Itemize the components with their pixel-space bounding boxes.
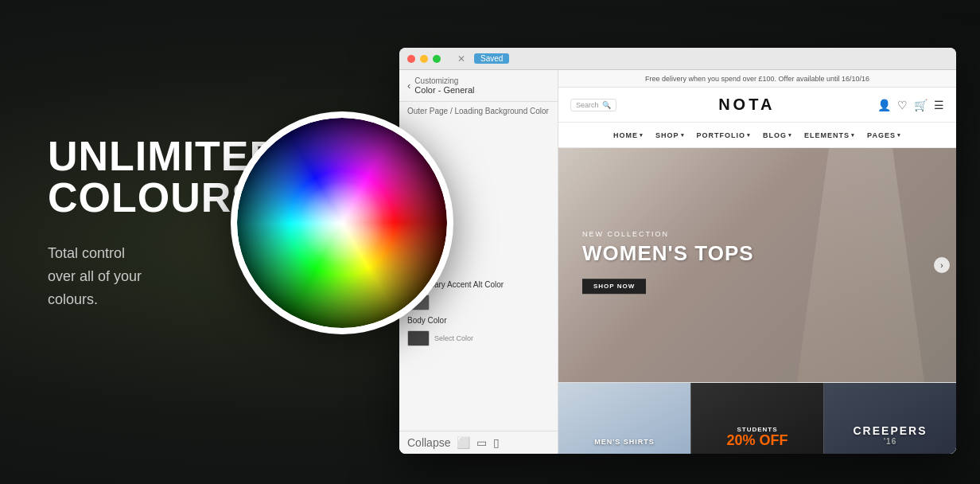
phone-icon[interactable]: ▯ xyxy=(493,436,500,449)
sidebar-title: Color - General xyxy=(414,85,474,95)
user-icon[interactable]: 👤 xyxy=(877,99,891,111)
shirts-label: MEN'S SHIRTS xyxy=(558,438,690,446)
nav-elements[interactable]: ELEMENTS ▾ xyxy=(804,131,855,139)
nav-search[interactable]: Search 🔍 xyxy=(570,99,616,111)
color-wheel-outer xyxy=(231,111,453,334)
search-icon: 🔍 xyxy=(602,101,611,109)
subtext-line2: over all of your xyxy=(48,268,142,284)
menu-icon[interactable]: ☰ xyxy=(934,99,944,111)
sidebar-header: ‹ Customizing Color - General xyxy=(399,70,558,102)
dot-yellow xyxy=(420,55,428,63)
subtext-line1: Total control xyxy=(48,245,125,261)
tablet-icon[interactable]: ▭ xyxy=(476,436,487,449)
select-color-text: Select Color xyxy=(434,334,473,342)
browser-mockup: ✕ Saved ‹ Customizing Color - General Ou… xyxy=(399,48,956,454)
nav-menu-bar: HOME ▾ SHOP ▾ PORTFOLIO ▾ BLOG ▾ ELEMENT… xyxy=(558,123,956,148)
monitor-icon[interactable]: ⬜ xyxy=(457,436,470,449)
product-strip-students[interactable]: STUDENTS 20% OFF xyxy=(690,383,824,454)
nav-shop[interactable]: SHOP ▾ xyxy=(655,131,685,139)
hero-shop-now-button[interactable]: SHOP NOW xyxy=(582,279,646,294)
nav-portfolio-arrow: ▾ xyxy=(747,132,751,139)
hero-text-area: NEW COLLECTION WOMEN'S TOPS SHOP NOW xyxy=(582,230,754,294)
nav-blog-arrow: ▾ xyxy=(788,132,792,139)
wishlist-icon[interactable]: ♡ xyxy=(897,99,908,111)
year-text: '16 xyxy=(824,437,956,446)
nav-home-arrow: ▾ xyxy=(640,132,644,139)
saved-badge: Saved xyxy=(474,53,509,64)
students-labels: STUDENTS 20% OFF xyxy=(691,426,823,447)
cart-icon[interactable]: 🛒 xyxy=(914,99,928,111)
dot-green xyxy=(433,55,441,63)
nav-portfolio[interactable]: PORTFOLIO ▾ xyxy=(697,131,752,139)
hero-title: WOMEN'S TOPS xyxy=(582,242,754,265)
topbar-text: Free delivery when you spend over £100. … xyxy=(645,75,869,83)
color-wheel-wrapper xyxy=(231,111,453,334)
creepers-text: CREEPERS xyxy=(824,424,956,437)
sidebar-breadcrumb: Customizing xyxy=(414,76,474,85)
product-strips: MEN'S SHIRTS STUDENTS 20% OFF CREEPERS '… xyxy=(558,382,956,454)
discount-label: 20% OFF xyxy=(691,433,823,447)
hero-banner: NEW COLLECTION WOMEN'S TOPS SHOP NOW › xyxy=(558,148,956,382)
back-arrow-icon[interactable]: ‹ xyxy=(407,80,410,92)
hero-new-collection: NEW COLLECTION xyxy=(582,230,754,238)
site-topbar: Free delivery when you spend over £100. … xyxy=(558,70,956,88)
product-strip-shirts[interactable]: MEN'S SHIRTS xyxy=(558,383,690,454)
nav-icons: 👤 ♡ 🛒 ☰ xyxy=(877,99,944,111)
nav-home[interactable]: HOME ▾ xyxy=(613,131,644,139)
browser-content: ‹ Customizing Color - General Outer Page… xyxy=(399,70,956,454)
nav-elements-arrow: ▾ xyxy=(851,132,855,139)
nav-pages-arrow: ▾ xyxy=(897,132,901,139)
color-wheel-canvas xyxy=(237,118,447,328)
creepers-labels: CREEPERS '16 xyxy=(824,424,956,446)
nav-pages[interactable]: PAGES ▾ xyxy=(867,131,901,139)
product-strip-creepers[interactable]: CREEPERS '16 xyxy=(824,383,956,454)
color-wheel-inner xyxy=(237,118,447,328)
site-navbar: Search 🔍 NOTA 👤 ♡ 🛒 ☰ xyxy=(558,88,956,123)
sidebar-footer: Collapse ⬜ ▭ ▯ xyxy=(399,431,558,454)
nav-shop-arrow: ▾ xyxy=(681,132,685,139)
browser-titlebar: ✕ Saved xyxy=(399,48,956,70)
dot-red xyxy=(407,55,415,63)
hero-next-arrow[interactable]: › xyxy=(934,257,950,273)
website-preview: Free delivery when you spend over £100. … xyxy=(558,70,956,454)
search-placeholder: Search xyxy=(576,101,599,109)
site-logo: NOTA xyxy=(624,96,869,114)
collapse-label[interactable]: Collapse xyxy=(407,436,450,449)
subtext-line3: colours. xyxy=(48,291,98,307)
close-icon[interactable]: ✕ xyxy=(457,53,465,64)
nav-blog[interactable]: BLOG ▾ xyxy=(763,131,792,139)
